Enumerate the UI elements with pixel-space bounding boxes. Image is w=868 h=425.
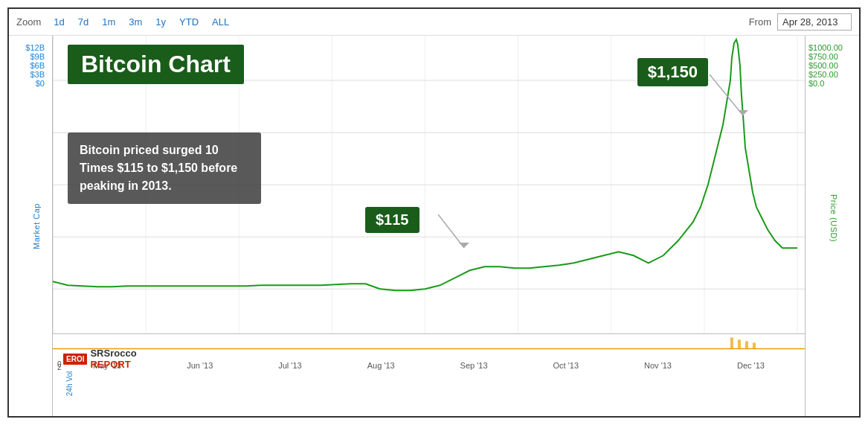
zoom-all[interactable]: ALL: [208, 15, 233, 29]
x-axis-labels: May '13 Jun '13 Jul '13 Aug '13 Sep '13 …: [53, 361, 805, 370]
toolbar: Zoom 1d 7d 1m 3m 1y YTD ALL From: [9, 9, 859, 36]
svg-rect-16: [745, 341, 748, 348]
zoom-1m[interactable]: 1m: [98, 15, 119, 29]
chart-annotation: Bitcoin priced surged 10 Times $115 to $…: [68, 132, 261, 204]
right-tick-1: $750.00: [808, 52, 853, 61]
x-label-nov: Nov '13: [644, 361, 672, 370]
vol-tick-0: 0: [57, 360, 62, 368]
price-low-label: $115: [365, 207, 419, 233]
x-label-jun: Jun '13: [187, 361, 213, 370]
zoom-1d[interactable]: 1d: [50, 15, 68, 29]
zoom-label: Zoom: [16, 16, 41, 28]
arrow-low-svg: [416, 214, 475, 252]
x-label-jul: Jul '13: [278, 361, 301, 370]
from-label: From: [749, 16, 771, 28]
svg-rect-18: [738, 339, 741, 348]
x-label-sep: Sep '13: [460, 361, 488, 370]
chart-title: Bitcoin Chart: [68, 45, 244, 84]
svg-line-20: [710, 74, 743, 115]
x-label-aug: Aug '13: [367, 361, 395, 370]
from-date-input[interactable]: [777, 13, 852, 31]
logo-line1: SRSrocco: [90, 348, 136, 359]
left-tick-3: $3B: [12, 70, 45, 79]
zoom-3m[interactable]: 3m: [125, 15, 146, 29]
market-cap-axis-label: Market Cap: [32, 203, 41, 249]
right-tick-3: $250.00: [808, 70, 853, 79]
left-axis: $12B $9B $6B $3B $0: [9, 36, 48, 132]
chart-container: Zoom 1d 7d 1m 3m 1y YTD ALL From Market …: [7, 7, 861, 418]
zoom-7d[interactable]: 7d: [74, 15, 92, 29]
svg-rect-17: [730, 337, 733, 348]
price-axis-label: Price (USD): [829, 194, 838, 242]
right-tick-0: $1000.00: [808, 43, 853, 52]
logo-area: EROI SRSrocco REPORT: [63, 348, 137, 370]
logo-line2: REPORT: [90, 359, 136, 370]
zoom-ytd[interactable]: YTD: [176, 15, 202, 29]
left-tick-0: $12B: [12, 43, 45, 52]
left-tick-1: $9B: [12, 52, 45, 61]
right-tick-2: $500.00: [808, 61, 853, 70]
x-label-oct: Oct '13: [553, 361, 579, 370]
volume-axis-label: 24h Vol: [65, 371, 74, 396]
chart-area: Market Cap $12B $9B $6B $3B $0: [9, 36, 859, 416]
right-tick-4: $0.0: [808, 79, 853, 88]
left-tick-2: $6B: [12, 61, 45, 70]
svg-marker-21: [738, 110, 748, 115]
arrow-high-svg: [695, 74, 754, 119]
x-label-dec: Dec '13: [737, 361, 765, 370]
svg-rect-19: [753, 342, 756, 348]
logo-name: SRSrocco REPORT: [90, 348, 136, 370]
right-axis: $1000.00 $750.00 $500.00 $250.00 $0.0: [806, 36, 856, 132]
logo-badge: EROI: [63, 354, 87, 365]
svg-marker-23: [459, 243, 469, 248]
left-tick-4: $0: [12, 79, 45, 88]
chart-main: May '13 Jun '13 Jul '13 Aug '13 Sep '13 …: [52, 36, 806, 416]
zoom-1y[interactable]: 1y: [152, 15, 170, 29]
